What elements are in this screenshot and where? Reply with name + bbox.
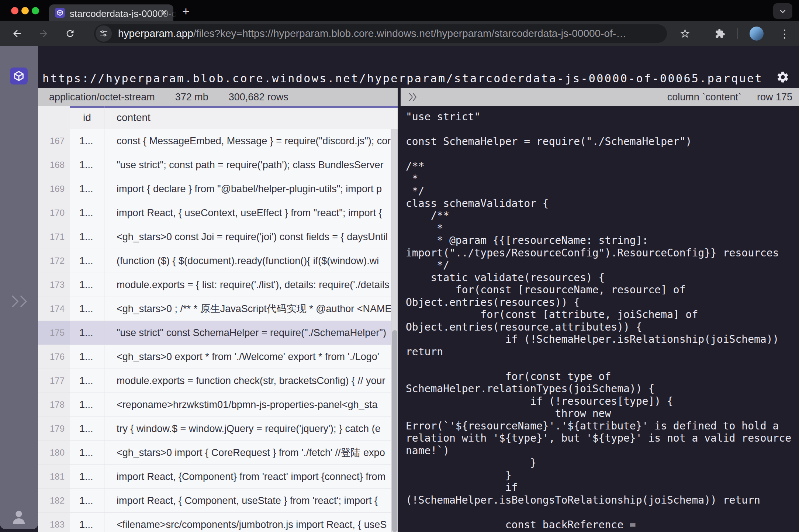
- table-scrollbar[interactable]: [391, 129, 398, 532]
- table-row[interactable]: 167 1... const { MessageEmbed, Message }…: [38, 129, 398, 153]
- settings-button[interactable]: [775, 69, 791, 85]
- hyperparam-logo-icon[interactable]: [10, 68, 28, 84]
- cell-id[interactable]: 1...: [70, 369, 104, 393]
- extensions-button[interactable]: [712, 26, 728, 41]
- cell-id[interactable]: 1...: [70, 225, 104, 249]
- cell-content[interactable]: import React, {Component} from 'react' i…: [104, 465, 391, 488]
- row-number: 169: [38, 177, 70, 201]
- star-icon: [679, 28, 691, 39]
- table-row[interactable]: 170 1... import React, { useContext, use…: [38, 201, 398, 225]
- table-row[interactable]: 183 1... <filename>src/components/jumbot…: [38, 513, 398, 532]
- cell-id[interactable]: 1...: [70, 321, 104, 345]
- site-settings-icon[interactable]: [96, 25, 112, 42]
- table-row[interactable]: 179 1... try { window.$ = window.jQuery …: [38, 417, 398, 441]
- table-row[interactable]: 175 1... "use strict" const SchemaHelper…: [38, 321, 398, 345]
- code-line: [406, 123, 799, 136]
- table-row[interactable]: 174 1... <gh_stars>0 ; /** * 原生JavaScrip…: [38, 297, 398, 321]
- code-line: /**: [406, 210, 799, 222]
- browser-menu-button[interactable]: ⋮: [777, 26, 792, 41]
- hyperparam-app: https://hyperparam.blob.core.windows.net…: [0, 46, 799, 532]
- cell-content[interactable]: <gh_stars>0 import { CoreRequest } from …: [104, 441, 391, 464]
- user-profile-button[interactable]: [10, 508, 28, 526]
- cell-id[interactable]: 1...: [70, 489, 104, 512]
- data-table-panel: application/octet-stream 372 mb 300,682 …: [38, 88, 398, 532]
- row-number: 167: [38, 129, 70, 153]
- cell-content[interactable]: <gh_stars>0 const Joi = require('joi') c…: [104, 225, 391, 249]
- cell-content[interactable]: <filename>src/components/jumbotron.js im…: [104, 513, 391, 532]
- new-tab-button[interactable]: +: [178, 4, 194, 19]
- row-number: 170: [38, 201, 70, 225]
- mime-type: application/octet-stream: [49, 91, 155, 103]
- code-line: class schemaValidator {: [406, 197, 799, 210]
- code-line: Object.entries(resource.attributes)) {: [406, 321, 799, 334]
- person-icon: [10, 508, 28, 526]
- table-row[interactable]: 178 1... <reponame>hrzwkstim01/bpmn-js-p…: [38, 393, 398, 417]
- url-path: /files?key=https://hyperparam.blob.core.…: [193, 28, 626, 39]
- cell-content[interactable]: <gh_stars>0 export * from './Welcome' ex…: [104, 345, 391, 369]
- cell-id[interactable]: 1...: [70, 513, 104, 532]
- back-button[interactable]: [9, 26, 25, 41]
- cell-content[interactable]: <gh_stars>0 ; /** * 原生JavaScript代码实现 * @…: [104, 297, 391, 321]
- cell-content[interactable]: "use strict" const SchemaHelper = requir…: [104, 321, 391, 345]
- table-row[interactable]: 171 1... <gh_stars>0 const Joi = require…: [38, 225, 398, 249]
- cell-content[interactable]: import React, { useContext, useEffect } …: [104, 201, 391, 225]
- bookmark-button[interactable]: [677, 26, 693, 41]
- column-header-content[interactable]: content: [104, 106, 391, 129]
- cell-id[interactable]: 1...: [70, 393, 104, 417]
- cell-id[interactable]: 1...: [70, 129, 104, 153]
- cell-id[interactable]: 1...: [70, 201, 104, 225]
- cell-content[interactable]: import React, { Component, useState } fr…: [104, 489, 391, 512]
- cell-id[interactable]: 1...: [70, 177, 104, 201]
- tab-close-icon[interactable]: ×: [159, 7, 170, 18]
- table-row[interactable]: 172 1... (function ($) { $(document).rea…: [38, 249, 398, 273]
- window-close-button[interactable]: [11, 7, 18, 14]
- cell-id[interactable]: 1...: [70, 417, 104, 441]
- cell-content[interactable]: import { declare } from "@babel/helper-p…: [104, 177, 391, 201]
- forward-button[interactable]: [36, 26, 51, 41]
- code-line: SchemaHelper.relationTypes(joiSchema)) {: [406, 383, 799, 395]
- cell-id[interactable]: 1...: [70, 273, 104, 297]
- table-row[interactable]: 168 1... "use strict"; const path = requ…: [38, 153, 398, 177]
- table-row[interactable]: 169 1... import { declare } from "@babel…: [38, 177, 398, 201]
- window-minimize-button[interactable]: [21, 7, 29, 14]
- table-row[interactable]: 173 1... module.exports = { list: requir…: [38, 273, 398, 297]
- table-row[interactable]: 180 1... <gh_stars>0 import { CoreReques…: [38, 441, 398, 465]
- table-row[interactable]: 176 1... <gh_stars>0 export * from './We…: [38, 345, 398, 369]
- table-row[interactable]: 181 1... import React, {Component} from …: [38, 465, 398, 489]
- cell-id[interactable]: 1...: [70, 441, 104, 464]
- cell-id[interactable]: 1...: [70, 297, 104, 321]
- file-meta-bar: application/octet-stream 372 mb 300,682 …: [38, 88, 398, 106]
- cell-content[interactable]: const { MessageEmbed, Message } = requir…: [104, 129, 391, 153]
- cell-content[interactable]: "use strict"; const path = require('path…: [104, 153, 391, 177]
- reload-button[interactable]: [62, 26, 78, 41]
- window-zoom-button[interactable]: [32, 7, 39, 14]
- cell-id[interactable]: 1...: [70, 153, 104, 177]
- code-line: *: [406, 222, 799, 235]
- browser-tab[interactable]: starcoderdata-js-00000-of-0 ×: [49, 4, 173, 21]
- url-text: hyperparam.app/files?key=https://hyperpa…: [118, 28, 626, 39]
- table-row[interactable]: 177 1... module.exports = function check…: [38, 369, 398, 393]
- column-header-id[interactable]: id: [70, 106, 104, 129]
- cell-id[interactable]: 1...: [70, 249, 104, 273]
- code-line: relation with '${type}', but '${type}' i…: [406, 432, 799, 445]
- code-line: const backReference =: [406, 519, 799, 531]
- scrollbar-thumb[interactable]: [392, 330, 397, 532]
- cell-content[interactable]: try { window.$ = window.jQuery = require…: [104, 417, 391, 441]
- cell-content[interactable]: module.exports = { list: require('./list…: [104, 273, 391, 297]
- chevron-down-icon: [778, 7, 787, 15]
- cell-content[interactable]: (function ($) { $(document).ready(functi…: [104, 249, 391, 273]
- tab-search-button[interactable]: [773, 3, 792, 19]
- cell-id[interactable]: 1...: [70, 345, 104, 369]
- cell-content[interactable]: module.exports = function check(str, bra…: [104, 369, 391, 393]
- sidebar-expand-button[interactable]: [7, 294, 31, 309]
- code-line: if: [406, 481, 799, 494]
- profile-avatar[interactable]: [750, 27, 764, 41]
- table-row[interactable]: 182 1... import React, { Component, useS…: [38, 489, 398, 513]
- row-number: 172: [38, 249, 70, 273]
- row-number: 183: [38, 513, 70, 532]
- double-chevron-right-icon[interactable]: [407, 92, 418, 102]
- cell-content[interactable]: <reponame>hrzwkstim01/bpmn-js-properties…: [104, 393, 391, 417]
- address-bar[interactable]: hyperparam.app/files?key=https://hyperpa…: [94, 24, 667, 43]
- cell-id[interactable]: 1...: [70, 465, 104, 488]
- code-line: [406, 358, 799, 370]
